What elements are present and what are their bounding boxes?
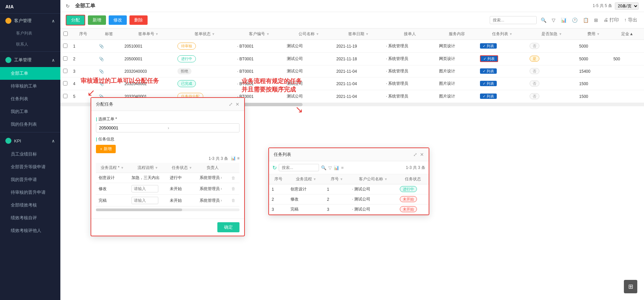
close-icon-2[interactable]: ✕: [420, 152, 424, 157]
sidebar-item-task-list[interactable]: 任务列表: [0, 93, 60, 105]
mrow1-status: 进行中: [167, 173, 197, 183]
btn-edit[interactable]: 修改: [109, 15, 127, 25]
sidebar-workorder-items: 全部工单 待审核的工单 任务列表 我的工单 我的任务列表: [0, 67, 60, 131]
td-task-list[interactable]: ✓ 列表: [477, 90, 527, 103]
th-fee[interactable]: 费用 ▼: [577, 28, 611, 40]
tl-th-seq[interactable]: 序号 ▼: [324, 174, 350, 184]
clipboard-icon[interactable]: 📋: [582, 17, 590, 23]
td-company: 测试公司: [284, 65, 334, 77]
order-arrow-icon: ›: [168, 125, 236, 130]
mrow3-desc-input[interactable]: [131, 197, 158, 204]
columns-icon[interactable]: ⊞: [593, 17, 599, 23]
modal-assign-title: 分配任务: [96, 101, 113, 107]
th-service[interactable]: 服务内容: [436, 28, 477, 40]
tl-r3-seq: 3: [324, 204, 350, 215]
sidebar-group-kpi-header[interactable]: KPI ∧: [0, 134, 60, 148]
td-order-no: 2032040003: [122, 65, 175, 77]
chart-icon[interactable]: 📊: [559, 17, 568, 23]
chart-icon-modal[interactable]: 📊: [231, 156, 236, 162]
row-checkbox[interactable]: [63, 56, 67, 61]
btn-assign[interactable]: 分配: [66, 15, 85, 25]
page-title: 全部工单: [75, 3, 95, 9]
chart-icon-tasklist[interactable]: 📊: [334, 165, 339, 170]
th-deposit[interactable]: 定金▲: [611, 28, 644, 40]
table-row: 4 📎 2032040002 已完成 · BT0001 测试公司 2021-11…: [60, 77, 644, 90]
sidebar-item-my-orders[interactable]: 我的工单: [0, 105, 60, 118]
th-date[interactable]: 签单日期 ▼: [334, 28, 383, 40]
tasklist-count: 1-3 共 3 条: [406, 165, 425, 171]
search-input[interactable]: [490, 16, 537, 24]
td-task-list[interactable]: ✓ 列表: [477, 77, 527, 90]
row-checkbox[interactable]: [63, 69, 67, 73]
search-icon[interactable]: 🔍: [539, 17, 548, 23]
row-checkbox[interactable]: [63, 81, 67, 85]
refresh-icon[interactable]: ↻: [66, 3, 70, 9]
tl-row-1: 1 创意设计 1 · 测试公司 进行中: [269, 184, 429, 194]
td-task-list[interactable]: ✓ 列表: [477, 53, 527, 65]
sidebar-item-all-orders[interactable]: 全部工单: [0, 67, 60, 80]
tl-th-company[interactable]: 客户公司名称 ▼: [350, 174, 397, 184]
btn-delete[interactable]: 删除: [129, 15, 148, 25]
th-urgent[interactable]: 是否加急 ▼: [527, 28, 577, 40]
modal-header-icons: ⤢ ✕: [229, 102, 239, 107]
sidebar-group-customer-header[interactable]: 客户管理 ∧: [0, 14, 60, 28]
close-icon[interactable]: ✕: [235, 102, 239, 107]
tasklist-search-input[interactable]: [279, 164, 319, 171]
mrow3-delete[interactable]: 🗑: [229, 195, 239, 206]
sidebar-item-my-promotion[interactable]: 我的晋升申请: [0, 173, 60, 186]
filter-icon[interactable]: ▽: [550, 17, 557, 23]
th-task-list[interactable]: 任务列表 ▼: [477, 28, 527, 40]
expand-icon-2[interactable]: ⤢: [413, 152, 417, 157]
refresh-icon-tasklist[interactable]: ↻: [272, 165, 277, 171]
float-btn[interactable]: ⊞: [624, 280, 637, 293]
th-handler[interactable]: 接单人: [383, 28, 436, 40]
page-size-select[interactable]: 20条/页 50条/页: [615, 2, 639, 10]
history-icon[interactable]: 🕐: [571, 17, 579, 23]
sidebar-item-employee-target[interactable]: 员工业绩目标: [0, 148, 60, 161]
th-status[interactable]: 签单状态 ▼: [175, 28, 234, 40]
expand-icon[interactable]: ⤢: [229, 102, 233, 107]
td-checkbox: [60, 65, 70, 77]
select-all-checkbox[interactable]: [63, 32, 68, 36]
order-select-row[interactable]: 20500001 ›: [96, 123, 239, 132]
sidebar-item-contacts[interactable]: 联系人: [5, 39, 60, 50]
sidebar-item-kpi-self[interactable]: 绩效考核自评: [0, 212, 60, 224]
table-wrap: 序号 标签 签单单号 ▼ 签单状态 ▼ 客户编号 ▼ 公司名称 ▼ 签单日期 ▼…: [60, 28, 644, 103]
sidebar-item-client-list[interactable]: 客户列表: [5, 28, 60, 39]
sidebar-item-pending-promotion[interactable]: 待审核的晋升申请: [0, 186, 60, 199]
modal-add-btn[interactable]: + 新增: [96, 145, 116, 153]
td-task-list[interactable]: ✓ 列表: [477, 40, 527, 53]
row-checkbox[interactable]: [63, 44, 67, 48]
sidebar-item-all-promotion[interactable]: 全部晋升等级申请: [0, 161, 60, 173]
modal-confirm-btn[interactable]: 确定: [217, 222, 239, 232]
mrow1-delete[interactable]: 🗑: [229, 173, 239, 183]
search-icon-tasklist[interactable]: 🔍: [321, 165, 326, 170]
th-order-no[interactable]: 签单单号 ▼: [122, 28, 175, 40]
tl-th-status[interactable]: 任务状态: [397, 174, 429, 184]
list-icon-modal[interactable]: ≡: [237, 156, 239, 162]
modal-scrollbar[interactable]: [96, 208, 239, 211]
list-icon-tasklist[interactable]: ≡: [341, 165, 344, 170]
sidebar-item-pending-orders[interactable]: 待审核的工单: [0, 80, 60, 93]
btn-add[interactable]: 新增: [88, 15, 106, 25]
td-date: 2021-11-04: [334, 77, 383, 90]
sidebar-item-all-kpi[interactable]: 全部绩效考核: [0, 199, 60, 212]
td-service: 图片设计: [436, 90, 477, 103]
td-tag: 📎: [96, 53, 122, 65]
td-tag: 📎: [96, 65, 122, 77]
td-deposit: 500: [611, 53, 644, 65]
sidebar-item-my-task-list[interactable]: 我的任务列表: [0, 118, 60, 131]
export-icon[interactable]: ↑ 导出: [623, 16, 639, 24]
chevron-up-icon-3: ∧: [52, 138, 55, 143]
th-company[interactable]: 公司名称 ▼: [284, 28, 334, 40]
sidebar-item-kpi-others[interactable]: 绩效考核评他人: [0, 224, 60, 237]
mrow2-delete[interactable]: 🗑: [229, 183, 239, 195]
tl-th-process[interactable]: 业务流程 ▼: [288, 174, 324, 184]
th-client-no[interactable]: 客户编号 ▼: [234, 28, 284, 40]
mrow2-desc-input[interactable]: [131, 185, 158, 192]
row-checkbox[interactable]: [63, 94, 67, 98]
sidebar-group-workorder-header[interactable]: 工单管理 ∧: [0, 53, 60, 67]
td-task-list[interactable]: ✓ 列表: [477, 65, 527, 77]
filter-icon-tasklist[interactable]: ▽: [328, 165, 332, 170]
print-icon[interactable]: 🖨 打印: [602, 16, 620, 24]
